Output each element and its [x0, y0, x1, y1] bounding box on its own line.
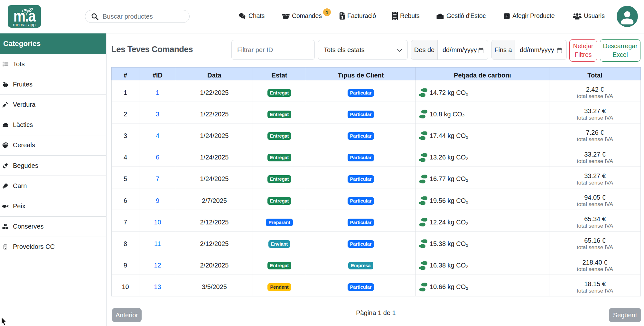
sidebar-item-peix[interactable]: Peix — [0, 196, 106, 216]
total-note: total sense IVA — [549, 266, 640, 273]
sidebar-item-label: Làctics — [13, 121, 33, 129]
square-plus-icon — [504, 13, 510, 19]
nav-item-label: Usuaris — [584, 12, 605, 20]
shoe-prints-icon — [419, 174, 427, 184]
clear-filters-button[interactable]: Netejar Filtres — [569, 39, 597, 62]
search-input[interactable] — [103, 13, 180, 20]
boxes-stacked-icon — [2, 224, 8, 230]
sidebar-item-làctics[interactable]: Làctics — [0, 115, 106, 135]
sidebar-item-label: Begudes — [13, 162, 38, 169]
sidebar-item-begudes[interactable]: Begudes — [0, 156, 106, 176]
cell-num: 10 — [112, 275, 139, 296]
sidebar-item-proveidors-cc[interactable]: Proveidors CC — [0, 237, 106, 257]
date-to-input[interactable]: dd/mm/yyyy — [515, 40, 566, 59]
receipt-icon — [392, 12, 398, 20]
next-page-button[interactable]: Següent — [609, 308, 641, 322]
date-from-value: dd/mm/yyyy — [443, 46, 477, 54]
column-header: # — [112, 68, 139, 80]
date-from-label: Des de — [411, 40, 438, 59]
sidebar-item-label: Proveidors CC — [13, 243, 55, 250]
drumstick-icon — [3, 183, 8, 189]
nav-item-comments[interactable]: Chats — [238, 0, 265, 32]
co2-value: 12.24 kg CO₂ — [430, 219, 468, 226]
client-badge: Empresa — [348, 262, 373, 269]
total-value: 218.40 € — [549, 258, 640, 266]
mouse-cursor — [0, 316, 8, 326]
order-id-link[interactable]: 4 — [156, 132, 159, 139]
client-badge: Particular — [348, 89, 374, 97]
status-select[interactable]: Tots els estats — [318, 40, 408, 60]
cell-num: 2 — [112, 102, 139, 123]
status-badge: Entregat — [267, 154, 292, 161]
cheese-icon — [2, 122, 8, 128]
table-row: 9 12 2/20/2025 Entregat Empresa 16.38 kg… — [112, 253, 641, 275]
nav-item-users[interactable]: Usuaris — [573, 0, 605, 32]
status-badge: Preparant — [266, 219, 293, 226]
total-value: 65.34 € — [549, 215, 640, 223]
logo-text: m.a — [10, 8, 39, 24]
order-id-link[interactable]: 13 — [154, 283, 161, 290]
cell-num: 7 — [112, 210, 139, 231]
sidebar-item-conserves[interactable]: Conserves — [0, 217, 106, 237]
cell-num: 5 — [112, 167, 139, 188]
warehouse-icon — [436, 13, 444, 19]
top-navbar: m.a mercat.app Chats Comandes Facturació… — [0, 0, 644, 33]
comments-icon — [238, 13, 246, 19]
sidebar-item-label: Conserves — [13, 223, 44, 230]
order-id-link[interactable]: 7 — [156, 175, 159, 182]
status-badge: Entregat — [267, 175, 292, 183]
page-title: Les Teves Comandes — [111, 44, 193, 54]
total-note: total sense IVA — [549, 244, 640, 251]
download-excel-button[interactable]: Descarregar Excel — [600, 39, 640, 62]
cell-date: 1/24/2025 — [176, 167, 253, 188]
nav-item-file-invoice-dollar[interactable]: Facturació — [340, 0, 376, 32]
download-excel-line2: Excel — [600, 50, 640, 59]
cell-num: 9 — [112, 253, 139, 275]
nav-item-box-open[interactable]: Comandes — [282, 0, 322, 32]
sidebar-item-label: Peix — [13, 203, 25, 210]
table-row: 8 11 2/12/2025 Enviant Particular 15.38 … — [112, 231, 641, 253]
sidebar-item-cereals[interactable]: Cereals — [0, 135, 106, 156]
user-avatar-icon — [617, 6, 638, 27]
filter-id-input[interactable] — [237, 46, 308, 54]
order-id-link[interactable]: 6 — [156, 154, 159, 161]
box-open-icon — [282, 13, 290, 19]
order-id-link[interactable]: 11 — [154, 240, 161, 247]
nav-item-receipt[interactable]: Rebuts — [392, 0, 420, 32]
calendar-icon[interactable] — [557, 48, 562, 53]
total-note: total sense IVA — [549, 288, 640, 294]
table-row: 3 4 1/24/2025 Entregat Particular 17.44 … — [112, 123, 641, 145]
sidebar-item-carn[interactable]: Carn — [0, 176, 106, 196]
order-id-link[interactable]: 3 — [156, 111, 159, 118]
total-value: 33.27 € — [549, 150, 640, 158]
order-id-link[interactable]: 10 — [154, 219, 161, 226]
nav-item-square-plus[interactable]: Afegir Producte — [504, 0, 555, 32]
download-excel-line1: Descarregar — [600, 42, 640, 50]
date-from-group: Des de dd/mm/yyyy — [411, 40, 488, 60]
order-id-link[interactable]: 9 — [156, 197, 159, 204]
sidebar-item-verdura[interactable]: Verdura — [0, 95, 106, 115]
brand-logo[interactable]: m.a mercat.app — [8, 5, 41, 28]
co2-value: 14.72 kg CO₂ — [430, 89, 468, 96]
order-id-link[interactable]: 1 — [156, 89, 159, 96]
file-invoice-dollar-icon — [340, 12, 345, 20]
total-note: total sense IVA — [549, 115, 640, 121]
cell-date: 1/24/2025 — [176, 145, 253, 167]
total-note: total sense IVA — [549, 136, 640, 143]
orders-table: ##IDDataEstatTipus de ClientPetjada de c… — [111, 67, 641, 296]
date-to-group: Fins a dd/mm/yyyy — [491, 40, 567, 60]
cell-date: 2/7/2025 — [176, 188, 253, 210]
cell-date: 2/12/2025 — [176, 210, 253, 231]
order-id-link[interactable]: 12 — [154, 262, 161, 269]
status-badge: Entregat — [267, 111, 292, 118]
sidebar-item-fruites[interactable]: Fruites — [0, 74, 106, 95]
total-note: total sense IVA — [549, 223, 640, 229]
wine-bottle-icon — [2, 163, 8, 169]
date-from-input[interactable]: dd/mm/yyyy — [438, 40, 488, 59]
shoe-prints-icon — [419, 217, 427, 227]
calendar-icon[interactable] — [478, 48, 484, 53]
nav-item-warehouse[interactable]: Gestió d'Estoc — [436, 0, 486, 32]
sidebar-item-tots[interactable]: Tots — [0, 54, 106, 74]
avatar[interactable] — [617, 6, 638, 27]
sidebar-item-label: Fruites — [13, 81, 33, 88]
